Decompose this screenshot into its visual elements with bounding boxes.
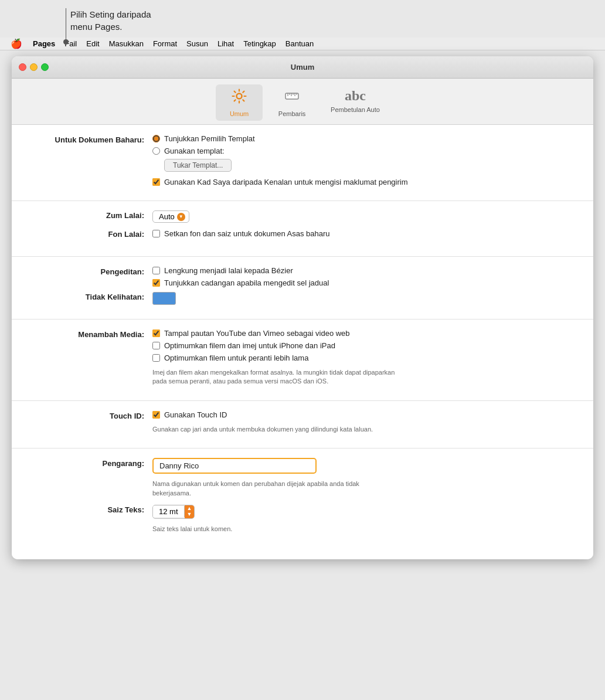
checkbox-lengkung[interactable] (152, 267, 160, 274)
radio-tunjukkan-label: Tunjukkan Pemilih Templat (164, 134, 255, 143)
media-row: Menambah Media: Tampal pautan YouTube da… (35, 329, 570, 386)
tab-pembaris[interactable]: Pembaris (268, 84, 315, 121)
checkbox-touchid-label: Gunakan Touch ID (164, 410, 227, 419)
menu-masukkan[interactable]: Masukkan (104, 38, 148, 49)
checkbox-lama[interactable] (152, 354, 160, 362)
saiz-teks-row: Saiz Teks: 12 mt ▲ ▼ Saiz teks lalai unt… (35, 505, 570, 534)
section-media: Menambah Media: Tampal pautan YouTube da… (12, 320, 593, 401)
gear-icon (231, 88, 247, 108)
pengeditan-row: Pengeditan: Lengkung menjadi lalai kepad… (35, 266, 570, 287)
tidak-kelihatan-label: Tidak Kelihatan: (35, 292, 152, 301)
radio-tunjukkan[interactable] (152, 135, 160, 142)
dokumen-label: Untuk Dokumen Baharu: (35, 134, 152, 144)
zum-content: Auto ▼ (152, 210, 570, 223)
annotation-area: Pilih Seting daripada menu Pages. (0, 0, 605, 38)
checkbox-touchid[interactable] (152, 411, 160, 419)
media-content: Tampal pautan YouTube dan Vimeo sebagai … (152, 329, 570, 386)
menu-pages[interactable]: Pages (28, 38, 60, 49)
touchid-desc: Gunakan cap jari anda untuk membuka doku… (152, 425, 570, 434)
section-zum-fon: Zum Lalai: Auto ▼ Fon Lalai: Setkan fon (12, 201, 593, 257)
menu-format[interactable]: Format (148, 38, 182, 49)
option-touchid: Gunakan Touch ID (152, 410, 570, 419)
tukar-templat-button[interactable]: Tukar Templat... (164, 159, 232, 172)
checkbox-iphone[interactable] (152, 342, 160, 349)
option-youtube: Tampal pautan YouTube dan Vimeo sebagai … (152, 329, 570, 338)
pengeditan-label: Pengeditan: (35, 266, 152, 276)
checkbox-lengkung-label: Lengkung menjadi lalai kepada Bézier (164, 266, 293, 275)
radio-gunakan-label: Gunakan templat: (164, 147, 225, 155)
checkbox-fon-label: Setkan fon dan saiz untuk dokumen Asas b… (164, 229, 330, 238)
close-button[interactable] (19, 63, 26, 71)
author-input[interactable] (152, 458, 317, 474)
menu-tetingkap[interactable]: Tetingkap (239, 38, 281, 49)
color-swatch-invisible[interactable] (152, 292, 176, 305)
zum-label: Zum Lalai: (35, 210, 152, 220)
minimize-button[interactable] (30, 63, 38, 71)
menu-bantuan[interactable]: Bantuan (281, 38, 318, 49)
window-title: Umum (291, 63, 314, 72)
zum-row: Zum Lalai: Auto ▼ (35, 210, 570, 223)
annotation-line (66, 8, 66, 45)
svg-point-0 (237, 94, 242, 99)
zum-dropdown[interactable]: Auto ▼ (152, 210, 189, 223)
menu-susun[interactable]: Susun (182, 38, 213, 49)
menu-edit[interactable]: Edit (81, 38, 104, 49)
option-cadangan: Tunjukkan cadangan apabila mengedit sel … (152, 278, 570, 287)
option-iphone: Optimumkan filem dan imej untuk iPhone d… (152, 341, 570, 350)
dropdown-arrow: ▼ (177, 213, 185, 221)
radio-gunakan[interactable] (152, 147, 160, 155)
checkbox-cadangan[interactable] (152, 279, 160, 287)
saiz-teks-desc: Saiz teks lalai untuk komen. (152, 525, 570, 534)
saiz-down[interactable]: ▼ (187, 512, 192, 518)
checkbox-kad-saya-label: Gunakan Kad Saya daripada Kenalan untuk … (164, 178, 408, 186)
option-tunjukkan-templat: Tunjukkan Pemilih Templat (152, 134, 570, 143)
option-kad-saya: Gunakan Kad Saya daripada Kenalan untuk … (152, 178, 570, 186)
tab-pembetulan-label: Pembetulan Auto (331, 106, 380, 113)
touchid-content: Gunakan Touch ID Gunakan cap jari anda u… (152, 410, 570, 434)
tab-umum-label: Umum (230, 110, 249, 117)
option-lama: Optimumkan filem untuk peranti lebih lam… (152, 354, 570, 362)
checkbox-fon[interactable] (152, 230, 160, 237)
saiz-stepper: 12 mt ▲ ▼ (152, 505, 195, 519)
checkbox-youtube-label: Tampal pautan YouTube dan Vimeo sebagai … (164, 329, 350, 338)
touchid-row: Touch ID: Gunakan Touch ID Gunakan cap j… (35, 410, 570, 434)
touchid-label: Touch ID: (35, 410, 152, 420)
settings-window: Umum Umum (12, 56, 593, 559)
section-pengeditan: Pengeditan: Lengkung menjadi lalai kepad… (12, 257, 593, 320)
content-area: Untuk Dokumen Baharu: Tunjukkan Pemilih … (12, 125, 593, 559)
tab-pembetulan[interactable]: abc Pembetulan Auto (321, 84, 389, 121)
media-label: Menambah Media: (35, 329, 152, 339)
apple-menu[interactable]: 🍎 (5, 38, 28, 49)
checkbox-kad-saya[interactable] (152, 178, 160, 186)
option-gunakan-templat: Gunakan templat: (152, 147, 570, 155)
option-lengkung: Lengkung menjadi lalai kepada Bézier (152, 266, 570, 275)
section-dokumen: Untuk Dokumen Baharu: Tunjukkan Pemilih … (12, 125, 593, 201)
checkbox-cadangan-label: Tunjukkan cadangan apabila mengedit sel … (164, 278, 329, 287)
section-pengarang: Pengarang: Nama digunakan untuk komen da… (12, 448, 593, 548)
title-bar: Umum (12, 56, 593, 79)
pengeditan-content: Lengkung menjadi lalai kepada Bézier Tun… (152, 266, 570, 287)
menu-lihat[interactable]: Lihat (213, 38, 239, 49)
annotation-text: Pilih Seting daripada menu Pages. (70, 8, 593, 33)
checkbox-youtube[interactable] (152, 329, 160, 337)
tab-umum[interactable]: Umum (216, 84, 263, 121)
section-touchid: Touch ID: Gunakan Touch ID Gunakan cap j… (12, 401, 593, 448)
zum-value: Auto (159, 212, 175, 221)
dokumen-content: Tunjukkan Pemilih Templat Gunakan templa… (152, 134, 570, 186)
checkbox-lama-label: Optimumkan filem untuk peranti lebih lam… (164, 354, 308, 362)
pengarang-content: Nama digunakan untuk komen dan perubahan… (152, 458, 570, 498)
fon-row: Fon Lalai: Setkan fon dan saiz untuk dok… (35, 229, 570, 242)
saiz-teks-label: Saiz Teks: (35, 505, 152, 514)
fon-label: Fon Lalai: (35, 229, 152, 239)
maximize-button[interactable] (41, 63, 49, 71)
menu-fail[interactable]: Fail (60, 38, 81, 49)
pengarang-label: Pengarang: (35, 458, 152, 468)
saiz-value: 12 mt (153, 506, 185, 517)
dokumen-row: Untuk Dokumen Baharu: Tunjukkan Pemilih … (35, 134, 570, 186)
media-desc: Imej dan filem akan mengekalkan format a… (152, 368, 570, 386)
toolbar: Umum Pembaris abc Pembetulan Auto (12, 79, 593, 125)
saiz-arrows: ▲ ▼ (185, 505, 195, 518)
checkbox-iphone-label: Optimumkan filem dan imej untuk iPhone d… (164, 341, 335, 350)
tab-pembaris-label: Pembaris (278, 110, 305, 117)
tidak-kelihatan-content (152, 292, 570, 305)
